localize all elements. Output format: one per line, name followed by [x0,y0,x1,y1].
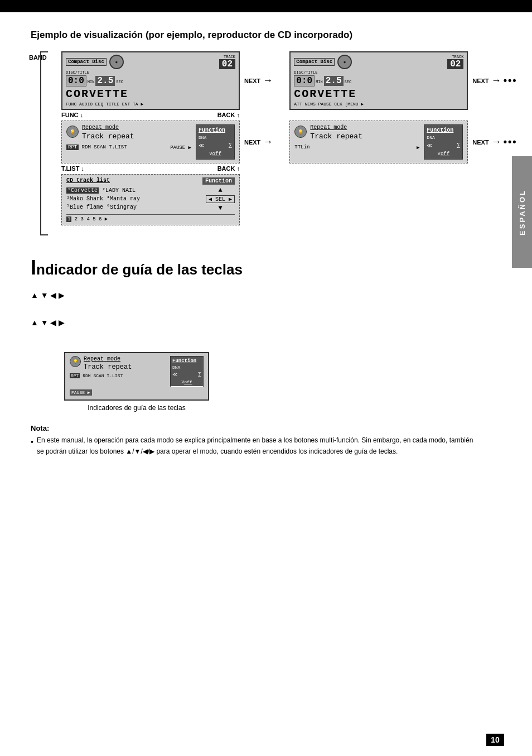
right-top-screen-container: Compact Disc ◉ TRACK 02 DISC/TITLE 0:0 M… [289,51,517,110]
track-row-1: ¹Corvette ²LADY NAIL [66,186,201,195]
nota-title: Nota: [31,424,479,432]
small-bulb-icon: 💡 [70,356,81,367]
function-screen-left: 💡 Repeat mode Track repeat RPT RDM SCAN [61,121,240,163]
display-examples-area: BAND Compact Disc ◉ TRACK 02 [61,51,479,225]
sel-nav: ▲ ◀ SEL ▶ ▼ [206,186,235,212]
tracklist-items: ¹Corvette ²LADY NAIL ³Mako Shark ⁴Manta … [66,186,201,212]
small-display-area: 💡 Repeat mode Track repeat RPT RDM SCAN … [64,352,479,412]
func-back-row: FUNC ↓ BACK ↑ [61,112,479,118]
time-display-tl: 0:0 [66,75,86,86]
rpt-row-left: RPT RDM SCAN T.LIST PAUSE ▶ [66,145,191,150]
sel-label: ◀ SEL ▶ [206,195,235,203]
section2-first-letter: I [31,256,36,279]
track-repeat-left: Track repeat [82,132,134,141]
arrow-symbols-1-container: ▲ ▼ ◀ ▶ [31,291,479,300]
sec-label-tr: SEC [345,80,352,84]
dna-label-left: DNA [199,135,232,140]
small-dna: DNA [172,365,201,370]
next-label-func-left: NEXT → [244,136,273,148]
function-screen-right: 💡 Repeat mode Track repeat TTLin ▶ [289,121,468,163]
spacer2 [31,335,479,344]
corvette-text-tl: CORVETTE [66,88,235,100]
small-voff: Voff [172,379,201,384]
arrows-left: ≪∑ [199,142,232,149]
main-content: Ejemplo de visualización (por ejemplo, r… [0,12,532,480]
next-label-top-right: NEXT → ••• [472,75,517,86]
track-lady-nail: ²LADY NAIL [102,187,136,194]
small-lcd-left: 💡 Repeat mode Track repeat RPT RDM SCAN … [70,356,166,387]
tracklist-nav-row: 1 2 3 4 5 6 ▶ [66,214,235,222]
disc-icon-tr: ◉ [337,55,352,69]
section2-rest-title: ndicador de guía de las teclas [36,261,243,278]
track-stingray: ⁶Stingray [107,204,137,210]
tracklist-area: CD track list Function ¹Corvette ²LADY N… [61,174,479,225]
disc-icon-tl: ◉ [109,55,124,69]
cd-track-list-title: CD track list [66,177,110,185]
small-lcd-inner: 💡 Repeat mode Track repeat RPT RDM SCAN … [70,356,204,387]
tlist-nav-label: T.LIST ↓ [61,165,84,172]
left-function-container: 💡 Repeat mode Track repeat RPT RDM SCAN [61,121,273,163]
tracklist-content: ¹Corvette ²LADY NAIL ³Mako Shark ⁴Manta … [66,186,235,212]
corvette-text-tr: CORVETTE [294,88,463,100]
body-text-spacer [31,304,479,315]
bullet-symbol: • [31,436,33,458]
left-top-screen-container: Compact Disc ◉ TRACK 02 DISC/TITLE 0:0 M… [61,51,273,110]
nav-2: 2 3 4 5 6 ▶ [75,216,108,222]
side-tab: ESPAÑOL [512,156,532,268]
func-screen-right-col: 💡 Repeat mode Track repeat TTLin ▶ [294,124,419,160]
rpt-label: RPT [66,145,79,150]
small-track-repeat: Track repeat [84,363,132,371]
function-title-tl: Function [202,177,235,185]
small-lcd-screen: 💡 Repeat mode Track repeat RPT RDM SCAN … [64,352,209,401]
compact-disc-label-tl: Compact Disc [66,58,107,66]
next-label-func-right: NEXT → ••• [472,136,517,148]
bulb-icon-left: 💡 [66,126,79,138]
track-row-2: ³Mako Shark ⁴Manta ray [66,195,201,203]
track-num-tr: 02 [447,59,463,69]
func-back-labels-left: FUNC ↓ BACK ↑ [61,112,240,118]
arrows-right: ≪∑ [427,142,460,149]
disc-title-tl: DISC/TITLE [66,70,235,75]
indicator-highlight [171,386,203,387]
right-function-container: 💡 Repeat mode Track repeat TTLin ▶ [289,121,517,163]
band-brace-line [40,51,41,235]
small-scan: SCAN [93,373,104,378]
repeat-mode-label-left: Repeat mode [82,124,134,131]
func-row-tl: FUNC AUDIO EEQ TITLE ENT TA ▶ [66,102,235,107]
sec-display-tl: 2.5 [95,76,115,86]
tlist-back-labels: T.LIST ↓ BACK ↑ [61,165,240,172]
small-rdm: RDM [83,373,90,378]
top-bar [0,0,532,12]
brace-top [40,51,48,52]
track-row-3: ⁵Blue flame ⁶Stingray [66,203,201,211]
sec-label-tl: SEC [116,80,123,84]
small-repeat-mode: Repeat mode [84,356,132,362]
scan-label: SCAN [94,145,106,150]
pause-label-left: PAUSE ▶ [170,145,191,151]
up-arrow-sel: ▲ [218,186,222,194]
min-label-tr: MIN [316,80,323,84]
function-title-left: Function [199,127,232,133]
lcd-screen-top-right: Compact Disc ◉ TRACK 02 DISC/TITLE 0:0 M… [289,51,468,110]
nav-1: 1 [66,216,71,222]
ttlin-label: TTLin [294,145,309,150]
voff-label-right: Voff [427,151,460,157]
back2-nav-label: BACK ↑ [217,165,240,172]
small-pause-label: PAUSE ▶ [70,389,92,396]
tlist-back-row: T.LIST ↓ BACK ↑ [61,165,479,172]
band-label: BAND [29,54,47,61]
track-label-tr: TRACK [447,55,463,59]
side-tab-text: ESPAÑOL [518,189,526,235]
track-blue: ⁵Blue flame [66,204,107,210]
func-screen-left-col: 💡 Repeat mode Track repeat RPT RDM SCAN [66,124,191,160]
small-tlist: T.LIST [107,373,123,378]
nota-section: Nota: • En este manual, la operación par… [31,424,479,458]
func-screen-inner-right: 💡 Repeat mode Track repeat TTLin ▶ [294,124,463,160]
sec-display-tr: 2.5 [324,76,344,86]
rdm-label: RDM [82,145,91,150]
function-box-right: Function DNA ≪∑ Voff [424,124,463,160]
time-display-tr: 0:0 [294,75,315,86]
repeat-mode-label-right: Repeat mode [310,124,362,131]
back-label: BACK ↑ [217,112,240,118]
func-screen-inner-left: 💡 Repeat mode Track repeat RPT RDM SCAN [66,124,235,160]
